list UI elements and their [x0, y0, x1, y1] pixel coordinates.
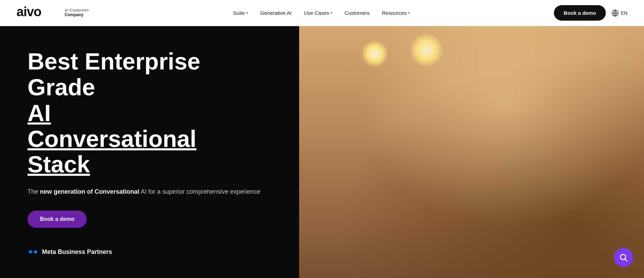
- chevron-down-icon: ▾: [408, 11, 410, 15]
- svg-line-6: [625, 259, 627, 261]
- logo[interactable]: aivo an Engageware Company: [17, 4, 89, 21]
- meta-badge: Meta Business Partners: [28, 248, 272, 256]
- nav-item-customers[interactable]: Customers: [345, 10, 370, 16]
- nav-right: Book a demo EN: [554, 5, 627, 21]
- decorative-bulb-1: [361, 40, 389, 67]
- meta-logo-icon: [28, 248, 39, 255]
- logo-aivo-text: aivo: [17, 4, 61, 21]
- meta-badge-text: Meta Business Partners: [42, 248, 112, 256]
- globe-icon: [611, 9, 619, 17]
- engageware-tagline: an Engageware Company: [65, 8, 89, 17]
- language-label: EN: [621, 10, 627, 16]
- nav-item-resources[interactable]: Resources ▾: [382, 10, 410, 16]
- language-selector[interactable]: EN: [611, 9, 627, 17]
- nav-item-suite[interactable]: Suite ▾: [233, 10, 248, 16]
- navbar: aivo an Engageware Company Suite ▾ Gener…: [0, 0, 644, 26]
- svg-text:aivo: aivo: [17, 4, 41, 18]
- aivo-wordmark: aivo: [17, 4, 61, 18]
- search-icon: [619, 253, 628, 262]
- hero-right-panel: [299, 26, 644, 278]
- hero-background-image: [299, 26, 644, 278]
- chat-fab-button[interactable]: [614, 248, 633, 267]
- decorative-bulb-2: [409, 33, 444, 67]
- hero-title-ai: AI Conversational Stack: [28, 100, 196, 178]
- chevron-down-icon: ▾: [246, 11, 248, 15]
- nav-item-generative-ai[interactable]: Generative AI: [260, 10, 292, 16]
- nav-links: Suite ▾ Generative AI Use Cases ▾ Custom…: [233, 10, 410, 16]
- hero-description: The new generation of Conversational AI …: [28, 187, 272, 197]
- chevron-down-icon: ▾: [330, 11, 332, 15]
- hero-left-panel: Best Enterprise Grade AI Conversational …: [0, 26, 299, 278]
- hero-title: Best Enterprise Grade AI Conversational …: [28, 49, 272, 177]
- nav-book-demo-button[interactable]: Book a demo: [554, 5, 605, 21]
- hero-section: Best Enterprise Grade AI Conversational …: [0, 26, 644, 278]
- hero-book-demo-button[interactable]: Book a demo: [28, 211, 87, 228]
- nav-item-use-cases[interactable]: Use Cases ▾: [304, 10, 332, 16]
